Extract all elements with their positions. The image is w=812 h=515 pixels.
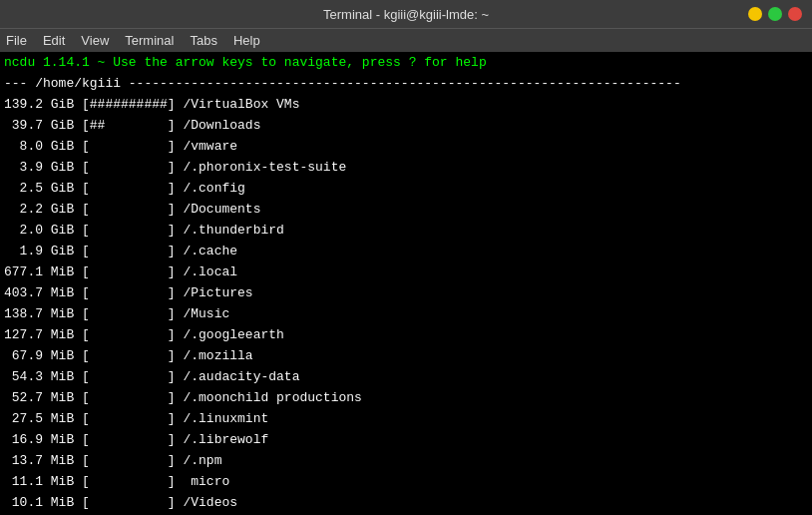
file-row-13[interactable]: 54.3 MiB [ ] /.audacity-data	[0, 366, 812, 387]
menu-help[interactable]: Help	[233, 33, 260, 48]
menu-view[interactable]: View	[81, 33, 109, 48]
file-row-1[interactable]: 39.7 GiB [## ] /Downloads	[0, 115, 812, 136]
file-row-10[interactable]: 138.7 MiB [ ] /Music	[0, 303, 812, 324]
file-row-11[interactable]: 127.7 MiB [ ] /.googleearth	[0, 324, 812, 345]
minimize-button[interactable]	[748, 7, 762, 21]
file-row-0[interactable]: 139.2 GiB [##########] /VirtualBox VMs	[0, 94, 812, 115]
window-controls	[748, 7, 802, 21]
file-row-19[interactable]: 10.1 MiB [ ] /Videos	[0, 492, 812, 513]
file-row-6[interactable]: 2.0 GiB [ ] /.thunderbird	[0, 220, 812, 241]
file-row-17[interactable]: 13.7 MiB [ ] /.npm	[0, 450, 812, 471]
menu-tabs[interactable]: Tabs	[190, 33, 216, 48]
titlebar-title: Terminal - kgiii@kgiii-lmde: ~	[323, 7, 489, 22]
menubar: File Edit View Terminal Tabs Help	[0, 28, 812, 52]
terminal-area[interactable]: ncdu 1.14.1 ~ Use the arrow keys to navi…	[0, 52, 812, 515]
file-row-18[interactable]: 11.1 MiB [ ] micro	[0, 471, 812, 492]
separator-line: --- /home/kgiii ------------------------…	[0, 73, 812, 94]
file-row-15[interactable]: 27.5 MiB [ ] /.linuxmint	[0, 408, 812, 429]
file-row-5[interactable]: 2.2 GiB [ ] /Documents	[0, 199, 812, 220]
menu-edit[interactable]: Edit	[43, 33, 65, 48]
file-row-3[interactable]: 3.9 GiB [ ] /.phoronix-test-suite	[0, 157, 812, 178]
file-row-16[interactable]: 16.9 MiB [ ] /.librewolf	[0, 429, 812, 450]
file-row-2[interactable]: 8.0 GiB [ ] /vmware	[0, 136, 812, 157]
menu-terminal[interactable]: Terminal	[125, 33, 174, 48]
maximize-button[interactable]	[768, 7, 782, 21]
file-row-7[interactable]: 1.9 GiB [ ] /.cache	[0, 241, 812, 261]
file-list: 139.2 GiB [##########] /VirtualBox VMs 3…	[0, 94, 812, 515]
file-row-9[interactable]: 403.7 MiB [ ] /Pictures	[0, 282, 812, 303]
ncdu-info-line: ncdu 1.14.1 ~ Use the arrow keys to navi…	[0, 52, 812, 73]
titlebar: Terminal - kgiii@kgiii-lmde: ~	[0, 0, 812, 28]
close-button[interactable]	[788, 7, 802, 21]
file-row-8[interactable]: 677.1 MiB [ ] /.local	[0, 261, 812, 282]
file-row-12[interactable]: 67.9 MiB [ ] /.mozilla	[0, 345, 812, 366]
file-row-14[interactable]: 52.7 MiB [ ] /.moonchild productions	[0, 387, 812, 408]
menu-file[interactable]: File	[6, 33, 27, 48]
file-row-4[interactable]: 2.5 GiB [ ] /.config	[0, 178, 812, 199]
